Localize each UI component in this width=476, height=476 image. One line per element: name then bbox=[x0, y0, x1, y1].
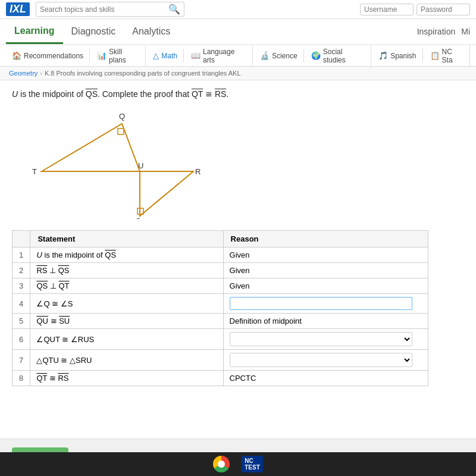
breadcrumb: Geometry › K.8 Proofs involving correspo… bbox=[0, 67, 476, 80]
breadcrumb-geometry[interactable]: Geometry bbox=[9, 70, 37, 77]
svg-marker-1 bbox=[140, 171, 193, 216]
subnav-science-label: Science bbox=[272, 52, 298, 60]
reason-7[interactable]: ASA SAS AAS bbox=[223, 350, 428, 371]
row-num-7: 7 bbox=[12, 350, 30, 371]
subnav-skillplans-label: Skill plans bbox=[109, 48, 139, 64]
taskbar: NCTEST bbox=[0, 452, 476, 476]
reason-8: CPCTC bbox=[223, 371, 428, 386]
table-row: 8 QT ≅ RS CPCTC bbox=[12, 371, 428, 386]
nav-item-learning[interactable]: Learning bbox=[6, 20, 63, 44]
nav-inspiration[interactable]: Inspiration bbox=[417, 27, 456, 36]
table-row: 5 QU ≅ SU Definition of midpoint bbox=[12, 314, 428, 329]
reason-select-6[interactable]: Vertical angles are congruent CPCTC bbox=[230, 332, 412, 346]
username-input[interactable] bbox=[360, 4, 414, 15]
col-header-reason: Reason bbox=[223, 231, 428, 248]
subnav-science[interactable]: 🔬 Science bbox=[254, 49, 304, 62]
reason-6[interactable]: Vertical angles are congruent CPCTC bbox=[223, 329, 428, 350]
table-row: 6 ∠QUT ≅ ∠RUS Vertical angles are congru… bbox=[12, 329, 428, 350]
nc-test-badge[interactable]: NCTEST bbox=[242, 456, 263, 472]
subnav-ncsta-label: NC Sta bbox=[442, 48, 464, 64]
row-num-8: 8 bbox=[12, 371, 30, 386]
row-num-3: 3 bbox=[12, 278, 30, 294]
subnav-ncsta[interactable]: 📋 NC Sta bbox=[424, 45, 470, 67]
row-num-5: 5 bbox=[12, 314, 30, 329]
nav-item-diagnostic[interactable]: Diagnostic bbox=[63, 20, 124, 43]
table-row: 7 △QTU ≅ △SRU ASA SAS AAS bbox=[12, 350, 428, 371]
top-bar: IXL 🔍 bbox=[0, 0, 476, 19]
subnav-socialstudies-label: Social studies bbox=[323, 48, 365, 64]
ncsta-icon: 📋 bbox=[430, 51, 440, 60]
subnav-recommendations[interactable]: 🏠 Recommendations bbox=[6, 49, 90, 62]
search-input[interactable] bbox=[40, 5, 165, 14]
table-row: 2 RS ⊥ QS Given bbox=[12, 263, 428, 278]
subnav-math[interactable]: △ Math bbox=[147, 49, 184, 62]
chrome-icon[interactable] bbox=[213, 456, 230, 472]
auth-inputs bbox=[360, 4, 470, 15]
nav-right: Inspiration Mi bbox=[417, 27, 470, 36]
search-bar: 🔍 bbox=[36, 2, 184, 17]
subnav-spanish-label: Spanish bbox=[390, 52, 416, 60]
statement-4: ∠Q ≅ ∠S bbox=[30, 294, 223, 314]
svg-text:S: S bbox=[136, 217, 141, 219]
subnav-skillplans[interactable]: 📊 Skill plans bbox=[91, 45, 146, 67]
table-row: 1 U is the midpoint of QS Given bbox=[12, 248, 428, 263]
reason-input-4[interactable] bbox=[230, 297, 412, 310]
col-header-statement: Statement bbox=[30, 231, 223, 248]
svg-rect-2 bbox=[118, 129, 124, 134]
languagearts-icon: 📖 bbox=[191, 51, 201, 60]
proof-table: Statement Reason 1 U is the midpoint of … bbox=[12, 230, 428, 386]
table-row: 3 QS ⊥ QT Given bbox=[12, 278, 428, 294]
logo-icon: IXL bbox=[6, 2, 30, 16]
reason-2: Given bbox=[223, 263, 428, 278]
spanish-icon: 🎵 bbox=[378, 51, 388, 60]
diagram: Q T U R S bbox=[24, 106, 464, 221]
socialstudies-icon: 🌍 bbox=[311, 51, 321, 60]
subnav-math-label: Math bbox=[161, 52, 177, 60]
statement-1: U is the midpoint of QS bbox=[30, 248, 223, 263]
password-input[interactable] bbox=[416, 4, 470, 15]
math-icon: △ bbox=[153, 51, 159, 60]
skillplans-icon: 📊 bbox=[97, 51, 107, 60]
nav-item-analytics[interactable]: Analytics bbox=[124, 20, 178, 43]
nav-mi[interactable]: Mi bbox=[461, 27, 470, 36]
statement-7: △QTU ≅ △SRU bbox=[30, 350, 223, 371]
subnav-languagearts-label: Language arts bbox=[203, 48, 246, 64]
breadcrumb-separator: › bbox=[40, 70, 42, 77]
row-num-1: 1 bbox=[12, 248, 30, 263]
recommendations-icon: 🏠 bbox=[12, 51, 21, 60]
geometry-diagram: Q T U R S bbox=[24, 106, 202, 219]
statement-8: QT ≅ RS bbox=[30, 371, 223, 386]
reason-5: Definition of midpoint bbox=[223, 314, 428, 329]
statement-3: QS ⊥ QT bbox=[30, 278, 223, 294]
sub-nav: 🏠 Recommendations 📊 Skill plans △ Math 📖… bbox=[0, 45, 476, 67]
main-content: U is the midpoint of QS. Complete the pr… bbox=[0, 80, 476, 439]
statement-6: ∠QUT ≅ ∠RUS bbox=[30, 329, 223, 350]
svg-text:Q: Q bbox=[119, 112, 125, 121]
problem-title: U is the midpoint of QS. Complete the pr… bbox=[12, 89, 464, 99]
subnav-recommendations-label: Recommendations bbox=[24, 52, 83, 60]
search-icon: 🔍 bbox=[168, 4, 180, 15]
svg-marker-0 bbox=[42, 124, 140, 171]
col-header-num bbox=[12, 231, 30, 248]
breadcrumb-skill: K.8 Proofs involving corresponding parts… bbox=[45, 70, 241, 77]
svg-text:U: U bbox=[138, 161, 143, 170]
svg-text:R: R bbox=[195, 167, 201, 176]
svg-text:T: T bbox=[32, 167, 37, 176]
subnav-socialstudies[interactable]: 🌍 Social studies bbox=[305, 45, 371, 67]
row-num-6: 6 bbox=[12, 329, 30, 350]
row-num-4: 4 bbox=[12, 294, 30, 314]
nav-bar: Learning Diagnostic Analytics Inspiratio… bbox=[0, 19, 476, 45]
reason-1: Given bbox=[223, 248, 428, 263]
subnav-spanish[interactable]: 🎵 Spanish bbox=[372, 49, 422, 62]
reason-4[interactable] bbox=[223, 294, 428, 314]
table-row: 4 ∠Q ≅ ∠S bbox=[12, 294, 428, 314]
statement-5: QU ≅ SU bbox=[30, 314, 223, 329]
reason-3: Given bbox=[223, 278, 428, 294]
science-icon: 🔬 bbox=[260, 51, 270, 60]
subnav-languagearts[interactable]: 📖 Language arts bbox=[185, 45, 253, 67]
reason-select-7[interactable]: ASA SAS AAS bbox=[230, 353, 412, 367]
statement-2: RS ⊥ QS bbox=[30, 263, 223, 278]
row-num-2: 2 bbox=[12, 263, 30, 278]
